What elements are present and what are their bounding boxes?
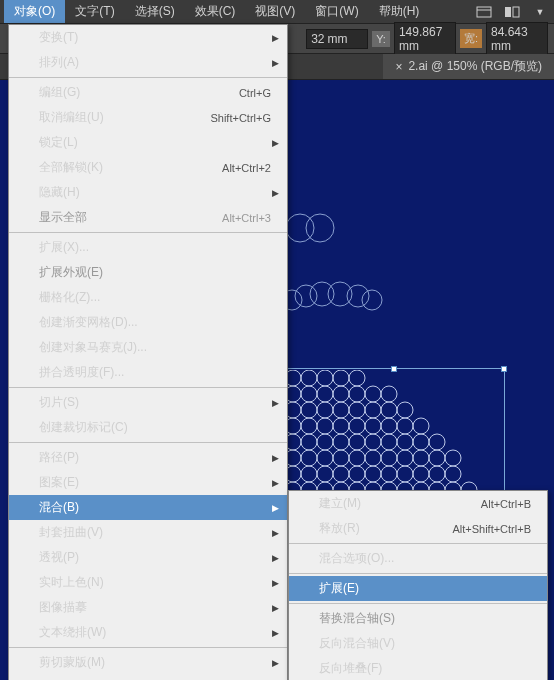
item-envelope[interactable]: 封套扭曲(V)▶ [9,520,287,545]
item-hide[interactable]: 隐藏(H)▶ [9,180,287,205]
separator [9,647,287,648]
sub-replacespine: 替换混合轴(S) [289,606,547,631]
chevron-right-icon: ▶ [272,578,279,588]
svg-point-9 [328,282,352,306]
separator [9,77,287,78]
sub-release[interactable]: 释放(R)Alt+Shift+Ctrl+B [289,516,547,541]
tab-close-icon[interactable]: × [395,60,402,74]
item-mosaic[interactable]: 创建对象马赛克(J)... [9,335,287,360]
chevron-right-icon: ▶ [272,528,279,538]
chevron-right-icon: ▶ [272,553,279,563]
item-textwrap[interactable]: 文本绕排(W)▶ [9,620,287,645]
menubar: 对象(O) 文字(T) 选择(S) 效果(C) 视图(V) 窗口(W) 帮助(H… [0,0,554,24]
separator [289,543,547,544]
tab-document[interactable]: × 2.ai @ 150% (RGB/预览) [383,54,554,79]
handle-ne[interactable] [501,366,507,372]
item-rasterize[interactable]: 栅格化(Z)... [9,285,287,310]
chevron-right-icon: ▶ [272,398,279,408]
y-label: Y: [372,31,390,47]
menu-window[interactable]: 窗口(W) [305,0,368,23]
w-input[interactable]: 84.643 mm [486,22,548,56]
svg-rect-2 [505,7,511,17]
svg-rect-0 [477,7,491,17]
separator [289,603,547,604]
chevron-right-icon: ▶ [272,188,279,198]
menu-type[interactable]: 文字(T) [65,0,124,23]
item-cropmarks[interactable]: 创建裁切标记(C) [9,415,287,440]
item-ungroup[interactable]: 取消编组(U)Shift+Ctrl+G [9,105,287,130]
item-compound[interactable]: 复合路径(O)▶ [9,675,287,680]
chevron-right-icon: ▶ [272,58,279,68]
item-group[interactable]: 编组(G)Ctrl+G [9,80,287,105]
menu-select[interactable]: 选择(S) [125,0,185,23]
sub-reversespine[interactable]: 反向混合轴(V) [289,631,547,656]
svg-rect-3 [513,7,519,17]
menu-help[interactable]: 帮助(H) [369,0,430,23]
item-clipmask[interactable]: 剪切蒙版(M)▶ [9,650,287,675]
tab-label: 2.ai @ 150% (RGB/预览) [408,58,542,75]
handle-n[interactable] [391,366,397,372]
chevron-right-icon: ▶ [272,503,279,513]
blend-submenu: 建立(M)Alt+Ctrl+B 释放(R)Alt+Shift+Ctrl+B 混合… [288,490,548,680]
w-label: 宽: [460,29,482,48]
chevron-down-icon[interactable]: ▼ [530,4,550,20]
sub-expand[interactable]: 扩展(E) [289,576,547,601]
svg-point-10 [347,285,369,307]
item-gradmesh[interactable]: 创建渐变网格(D)... [9,310,287,335]
item-livepaint[interactable]: 实时上色(N)▶ [9,570,287,595]
svg-point-5 [306,214,334,242]
sub-options[interactable]: 混合选项(O)... [289,546,547,571]
item-imagetrace[interactable]: 图像描摹▶ [9,595,287,620]
item-arrange[interactable]: 排列(A)▶ [9,50,287,75]
separator [9,232,287,233]
menu-effect[interactable]: 效果(C) [185,0,246,23]
item-pattern[interactable]: 图案(E)▶ [9,470,287,495]
sub-reversefb[interactable]: 反向堆叠(F) [289,656,547,680]
chevron-right-icon: ▶ [272,33,279,43]
item-blend[interactable]: 混合(B)▶ [9,495,287,520]
y-input[interactable]: 149.867 mm [394,22,456,56]
item-slice[interactable]: 切片(S)▶ [9,390,287,415]
svg-point-11 [362,290,382,310]
svg-point-8 [310,282,334,306]
x-input[interactable]: 32 mm [306,29,368,49]
svg-point-7 [295,285,317,307]
menu-view[interactable]: 视图(V) [245,0,305,23]
item-showall: 显示全部Alt+Ctrl+3 [9,205,287,230]
chevron-right-icon: ▶ [272,658,279,668]
chevron-right-icon: ▶ [272,453,279,463]
chevron-right-icon: ▶ [272,138,279,148]
chevron-right-icon: ▶ [272,628,279,638]
chevron-right-icon: ▶ [272,603,279,613]
separator [9,442,287,443]
menu-object[interactable]: 对象(O) [4,0,65,23]
item-path[interactable]: 路径(P)▶ [9,445,287,470]
item-perspective[interactable]: 透视(P)▶ [9,545,287,570]
item-transform[interactable]: 变换(T)▶ [9,25,287,50]
arrange-icon[interactable] [502,4,522,20]
item-lock[interactable]: 锁定(L)▶ [9,130,287,155]
item-expandapp: 扩展外观(E) [9,260,287,285]
sub-make[interactable]: 建立(M)Alt+Ctrl+B [289,491,547,516]
item-flatten[interactable]: 拼合透明度(F)... [9,360,287,385]
workspace-icon[interactable] [474,4,494,20]
separator [289,573,547,574]
item-unlockall[interactable]: 全部解锁(K)Alt+Ctrl+2 [9,155,287,180]
object-menu: 变换(T)▶ 排列(A)▶ 编组(G)Ctrl+G 取消编组(U)Shift+C… [8,24,288,680]
item-expand[interactable]: 扩展(X)... [9,235,287,260]
chevron-right-icon: ▶ [272,478,279,488]
separator [9,387,287,388]
